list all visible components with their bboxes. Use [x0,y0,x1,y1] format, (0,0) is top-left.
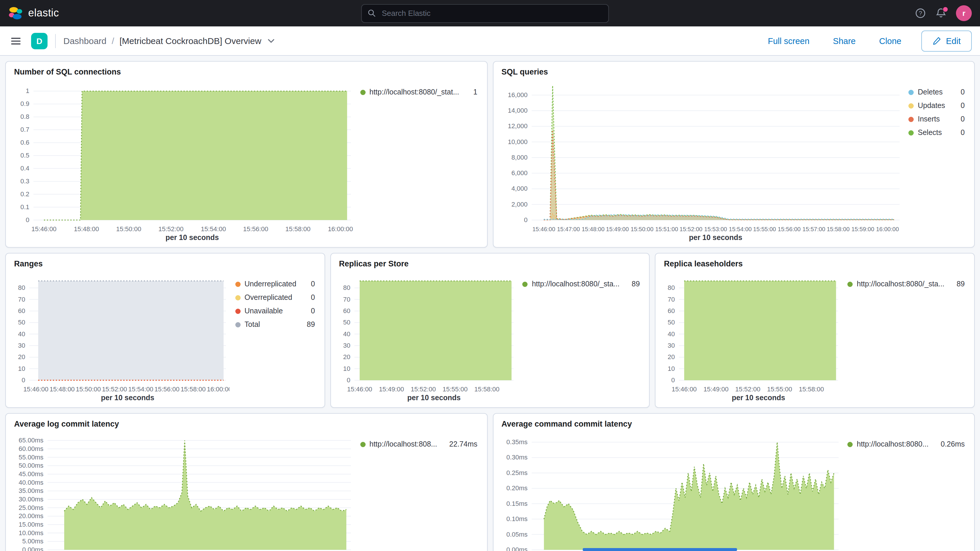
legend-item[interactable]: Underreplicated 0 [235,280,315,288]
breadcrumb-dashboard-link[interactable]: Dashboard [64,36,107,46]
toolbar-divider [55,34,56,48]
legend-item[interactable]: http://localhost:8080/_stat... 1 [360,88,477,96]
breadcrumb: Dashboard / [Metricbeat CockroachDB] Ove… [64,36,275,46]
svg-text:?: ? [919,10,922,16]
svg-text:15:50:00: 15:50:00 [630,226,653,233]
svg-text:0.7: 0.7 [20,126,29,133]
panel-title: Average command commit latency [501,420,966,428]
svg-text:6,000: 6,000 [511,169,527,177]
edit-button-label: Edit [946,36,961,46]
menu-icon[interactable] [8,33,24,48]
legend-item[interactable]: Unavailable 0 [235,307,315,315]
svg-text:20: 20 [18,353,25,361]
svg-text:15.00ms: 15.00ms [19,521,43,528]
search-input[interactable] [380,8,602,18]
svg-text:16,000: 16,000 [508,91,527,99]
replica-leaseholders-chart[interactable]: 8070605040302010015:46:0015:49:0015:52:0… [664,269,842,404]
svg-text:15:46:00: 15:46:00 [347,385,372,393]
svg-text:15:54:00: 15:54:00 [729,226,751,233]
legend-dot [908,130,914,135]
svg-text:15:49:00: 15:49:00 [703,385,729,393]
legend-value: 22.74ms [442,440,477,448]
svg-text:15:59:00: 15:59:00 [851,226,874,233]
svg-text:16:00:00: 16:00:00 [876,226,899,233]
svg-text:80: 80 [18,284,25,291]
legend-value: 89 [950,280,965,288]
legend-label: Total [244,320,299,329]
panel-average-command-commit-latency: Average command commit latency 0.35ms0.3… [493,413,975,551]
svg-text:15:55:00: 15:55:00 [442,385,468,393]
panel-title: Replicas per Store [339,260,641,268]
legend-label: Underreplicated [244,280,304,288]
legend: http://localhost:808... 22.74ms [354,430,479,551]
legend-item[interactable]: Overreplicated 0 [235,293,315,302]
clone-button[interactable]: Clone [875,35,905,46]
sql-queries-chart[interactable]: 16,00014,00012,00010,0008,0006,0004,0002… [501,78,902,244]
svg-text:0.05ms: 0.05ms [506,531,527,538]
legend-item[interactable]: Inserts 0 [908,115,965,123]
svg-text:4,000: 4,000 [511,185,527,192]
legend-item[interactable]: http://localhost:8080/_sta... 89 [847,280,965,288]
svg-text:5.00ms: 5.00ms [22,538,43,545]
svg-text:80: 80 [668,284,675,291]
legend-item[interactable]: http://localhost:8080/_sta... 89 [523,280,640,288]
legend-value: 0.26ms [934,440,965,448]
svg-text:15:46:00: 15:46:00 [23,385,48,393]
svg-text:20: 20 [343,353,350,361]
svg-text:0.25ms: 0.25ms [506,469,527,476]
legend-item[interactable]: http://localhost:808... 22.74ms [360,440,477,448]
svg-text:16:00:00: 16:00:00 [207,385,229,393]
legend-dot [360,89,365,95]
legend-item[interactable]: Total 89 [235,320,315,329]
replicas-per-store-chart[interactable]: 8070605040302010015:46:0015:49:0015:52:0… [339,269,516,404]
legend-label: http://localhost:8080/_sta... [857,280,950,288]
svg-text:15:47:00: 15:47:00 [557,226,579,233]
svg-text:40: 40 [343,330,350,338]
legend-label: Selects [918,129,954,137]
svg-text:60: 60 [18,307,25,315]
sql-connections-chart[interactable]: 10.90.80.70.60.50.40.30.20.1015:46:0015:… [14,78,354,244]
legend-dot [235,281,240,287]
log-commit-latency-chart[interactable]: 65.00ms60.00ms55.00ms50.00ms45.00ms40.00… [14,430,354,551]
svg-text:15:46:00: 15:46:00 [532,226,555,233]
svg-text:0.15ms: 0.15ms [506,500,527,507]
svg-text:30.00ms: 30.00ms [19,495,43,503]
help-icon[interactable]: ? [915,8,926,19]
svg-text:0.8: 0.8 [20,113,29,120]
command-commit-latency-chart[interactable]: 0.35ms0.30ms0.25ms0.20ms0.15ms0.10ms0.05… [501,430,842,551]
legend-item[interactable]: http://localhost:8080... 0.26ms [847,440,965,448]
svg-text:per 10 seconds: per 10 seconds [732,393,786,402]
svg-text:0: 0 [524,216,527,224]
chevron-down-icon[interactable] [268,38,275,43]
svg-text:15:50:00: 15:50:00 [76,385,101,393]
legend-label: http://localhost:8080/_sta... [532,280,625,288]
svg-text:15:52:00: 15:52:00 [735,385,760,393]
edit-button[interactable]: Edit [921,30,972,51]
svg-text:12,000: 12,000 [508,123,527,130]
horizontal-scrollbar-thumb[interactable] [583,548,737,551]
global-search[interactable] [361,4,609,22]
svg-text:60: 60 [668,307,675,315]
newsfeed-icon[interactable] [935,8,947,19]
panel-average-log-commit-latency: Average log commit latency 65.00ms60.00m… [5,413,487,551]
ranges-chart[interactable]: 8070605040302010015:46:0015:48:0015:50:0… [14,269,229,404]
space-avatar[interactable]: D [31,33,48,49]
legend-item[interactable]: Updates 0 [908,102,965,110]
legend-item[interactable]: Deletes 0 [908,88,965,96]
svg-text:65.00ms: 65.00ms [19,436,43,444]
legend-item[interactable]: Selects 0 [908,129,965,137]
svg-text:15:46:00: 15:46:00 [672,385,697,393]
kibana-app: elastic ? r [0,0,980,551]
fullscreen-button[interactable]: Full screen [764,35,813,46]
share-button[interactable]: Share [829,35,859,46]
svg-text:0.20ms: 0.20ms [506,484,527,492]
svg-text:14,000: 14,000 [508,107,527,114]
svg-text:50: 50 [343,318,350,326]
svg-text:20.00ms: 20.00ms [19,512,43,519]
svg-text:15:56:00: 15:56:00 [154,385,180,393]
elastic-home-link[interactable]: elastic [8,6,59,21]
legend-value: 89 [300,320,315,329]
elastic-logo-icon [8,6,23,21]
svg-text:0: 0 [671,376,675,384]
user-avatar[interactable]: r [956,5,972,21]
